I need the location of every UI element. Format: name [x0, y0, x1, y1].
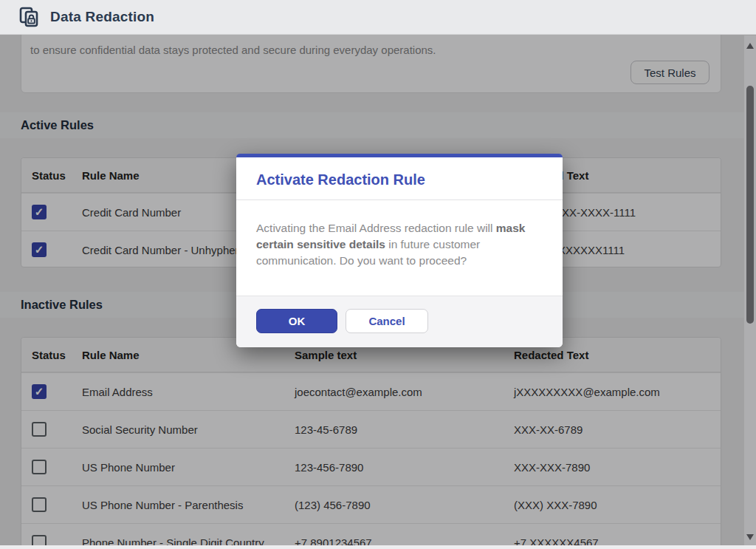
dialog-message: Activating the Email Address redaction r…	[256, 220, 535, 269]
dialog-divider	[236, 200, 563, 200]
dialog-message-prefix: Activating the Email Address redaction r…	[256, 222, 496, 234]
page-title: Data Redaction	[50, 9, 154, 25]
dialog-footer: OK Cancel	[236, 296, 563, 347]
app-header: Data Redaction	[0, 0, 756, 35]
window-bottom-edge	[0, 545, 756, 549]
ok-button[interactable]: OK	[256, 309, 337, 333]
cancel-button[interactable]: Cancel	[346, 309, 428, 333]
scroll-up-icon[interactable]	[746, 43, 754, 49]
dialog-title: Activate Redaction Rule	[256, 171, 425, 188]
scrollbar-thumb[interactable]	[746, 86, 754, 324]
scroll-down-icon[interactable]	[746, 534, 754, 540]
dialog-accent-bar	[236, 154, 563, 157]
document-lock-icon	[18, 6, 41, 28]
vertical-scrollbar[interactable]	[744, 35, 756, 549]
data-redaction-screen: Data Redaction to ensure confidential da…	[0, 0, 756, 549]
activate-redaction-rule-dialog: Activate Redaction Rule Activating the E…	[236, 154, 563, 347]
